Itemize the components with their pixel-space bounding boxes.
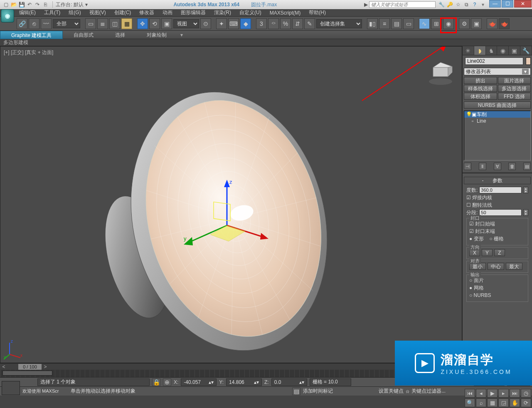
menu-customize[interactable]: 自定义(U) — [235, 9, 266, 16]
menu-grapheditors[interactable]: 图形编辑器 — [177, 9, 210, 16]
coord-z[interactable]: 0.0▴▾ — [271, 378, 307, 386]
infocenter-icon[interactable]: 🔧 — [438, 1, 445, 8]
fov-icon[interactable]: ◲ — [498, 398, 509, 407]
axis-y-button[interactable]: Y — [482, 249, 493, 256]
lock-selection-icon[interactable]: 🔒 — [152, 378, 160, 386]
zoom-all-icon[interactable]: ⌕ — [476, 398, 486, 407]
menu-edit[interactable]: 编辑(E) — [15, 9, 40, 16]
panel-hierarchy-icon[interactable]: ♞ — [486, 46, 498, 55]
scale-icon[interactable]: ▣ — [161, 18, 172, 29]
curve-editor-icon[interactable]: ∿ — [419, 18, 430, 29]
add-time-tag[interactable]: 添加时间标记 — [303, 388, 357, 395]
coord-y[interactable]: 14.806▴▾ — [226, 378, 262, 386]
link-icon[interactable]: 🔗 — [17, 18, 27, 29]
configure-sets-icon[interactable]: ▤ — [523, 163, 531, 170]
orbit-icon[interactable]: ⟳ — [521, 398, 531, 407]
menu-modifiers[interactable]: 修改器 — [135, 9, 158, 16]
modset-nurbs[interactable]: NURBS 曲面选择 — [464, 101, 531, 109]
exchange-icon[interactable]: ⧉ — [463, 1, 470, 8]
coord-x[interactable]: -40.057▴▾ — [181, 378, 217, 386]
play-icon[interactable]: ▶ — [487, 389, 498, 398]
align-max-button[interactable]: 最大 — [506, 263, 522, 270]
mirror-icon[interactable]: ▮▯ — [367, 18, 378, 29]
render-production-icon[interactable]: 🫖 — [487, 18, 498, 29]
modifier-stack[interactable]: 💡 ▣ 车削 ▫ Line — [464, 111, 531, 161]
angle-snap-icon[interactable]: ⌔ — [268, 18, 279, 29]
snap-toggle-icon[interactable]: ◆ — [240, 18, 251, 29]
viewport[interactable]: [+] [正交] [真实 + 边面] — [0, 46, 462, 363]
selection-filter[interactable]: 全部 — [53, 19, 80, 28]
menu-rendering[interactable]: 渲染(R) — [210, 9, 235, 16]
viewcube[interactable] — [426, 59, 455, 88]
menu-maxscript[interactable]: MAXScript(M) — [266, 10, 305, 16]
weld-core-check[interactable]: 焊接内核 — [466, 194, 492, 201]
qat-undo-icon[interactable]: ↶ — [26, 1, 33, 8]
cap-end-check[interactable]: 封口末端 — [469, 228, 495, 235]
minimize-button[interactable]: — — [489, 0, 501, 7]
cap-grid-radio[interactable]: 栅格 — [490, 235, 504, 242]
star-icon[interactable]: ☆ — [455, 1, 461, 8]
keyboard-shortcut-icon[interactable]: ⌨ — [228, 18, 239, 29]
time-tag-icon[interactable]: ▤ — [292, 388, 300, 395]
cap-start-check[interactable]: 封口始端 — [469, 220, 495, 227]
out-patch-radio[interactable]: 面片 — [469, 277, 484, 284]
key-icon[interactable]: 🔑 — [446, 1, 453, 8]
unlink-icon[interactable]: ⎋ — [29, 18, 39, 29]
select-region-icon[interactable]: ◫ — [109, 18, 120, 29]
percent-snap-icon[interactable]: % — [280, 18, 291, 29]
goto-start-icon[interactable]: ⏮ — [465, 389, 475, 398]
qat-link-icon[interactable]: ⎘ — [42, 1, 49, 8]
maximize-button[interactable]: ☐ — [502, 0, 513, 7]
out-mesh-radio[interactable]: 网格 — [469, 284, 484, 292]
snap-3d-icon[interactable]: 3 — [256, 18, 267, 29]
help-icon[interactable]: ? — [471, 1, 478, 8]
zoom-ext-icon[interactable]: ▦ — [487, 398, 498, 407]
segments-input[interactable]: 50 — [479, 209, 522, 216]
flip-normals-check[interactable]: 翻转法线 — [466, 202, 492, 209]
material-editor-icon[interactable]: ◉ — [443, 18, 454, 29]
panel-create-icon[interactable]: ✳ — [463, 46, 474, 55]
ribbon-tab-selection[interactable]: 选择 — [104, 31, 136, 39]
lightbulb-icon[interactable]: 💡 — [466, 111, 472, 117]
panel-motion-icon[interactable]: ◉ — [497, 46, 509, 55]
key-filter[interactable]: 关键点过滤器... — [411, 388, 457, 395]
pan-icon[interactable]: ✋ — [510, 398, 520, 407]
degrees-input[interactable]: 360.0 — [479, 187, 522, 193]
trackbar-range[interactable] — [2, 371, 52, 376]
mini-listener[interactable] — [2, 381, 20, 395]
menu-tools[interactable]: 工具(T) — [40, 9, 64, 16]
axis-z-button[interactable]: Z — [494, 249, 505, 256]
menu-animation[interactable]: 动画 — [158, 9, 177, 16]
select-name-icon[interactable]: ≣ — [97, 18, 108, 29]
menu-group[interactable]: 组(G) — [64, 9, 85, 16]
edit-named-icon[interactable]: ✎ — [304, 18, 315, 29]
ribbon-more-icon[interactable]: ▾ — [177, 32, 186, 38]
ref-coord-select[interactable]: 视图 — [173, 19, 199, 28]
menu-views[interactable]: 视图(V) — [85, 9, 110, 16]
modifier-list-select[interactable]: 修改器列表▾ — [464, 68, 531, 75]
pivot-icon[interactable]: ⊙ — [200, 18, 211, 29]
schematic-icon[interactable]: ⊞ — [431, 18, 442, 29]
qat-new-icon[interactable]: ▢ — [2, 1, 9, 8]
named-selection-select[interactable]: 创建选择集 — [316, 19, 362, 28]
remove-mod-icon[interactable]: 🗑 — [508, 163, 516, 170]
panel-modify-icon[interactable]: ◗ — [474, 46, 486, 55]
modset-splinesel[interactable]: 样条线选择 — [464, 85, 497, 92]
close-button[interactable]: ✕ — [514, 0, 532, 7]
qat-redo-icon[interactable]: ↷ — [34, 1, 41, 8]
align-center-button[interactable]: 中心 — [488, 263, 504, 270]
cap-morph-radio[interactable]: 变形 — [469, 235, 484, 242]
render-setup-icon[interactable]: ⚙ — [459, 18, 470, 29]
spinner-snap-icon[interactable]: ⇵ — [292, 18, 303, 29]
ribbon-tab-graphite[interactable]: Graphite 建模工具 — [0, 31, 63, 39]
pin-stack-icon[interactable]: ⊣ — [464, 163, 471, 170]
modset-patchsel[interactable]: 面片选择 — [498, 77, 531, 84]
align-icon[interactable]: ≡ — [379, 18, 390, 29]
goto-end-icon[interactable]: ⏭ — [510, 389, 520, 398]
prev-frame-icon[interactable]: ◂ — [476, 389, 486, 398]
bind-spacewarp-icon[interactable]: 〰 — [41, 18, 52, 29]
menu-help[interactable]: 帮助(H) — [305, 9, 330, 16]
segments-spinner[interactable]: ▲▼ — [523, 209, 528, 216]
ribbon-tab-freeform[interactable]: 自由形式 — [63, 31, 104, 39]
show-end-icon[interactable]: Ⅱ — [479, 163, 486, 170]
